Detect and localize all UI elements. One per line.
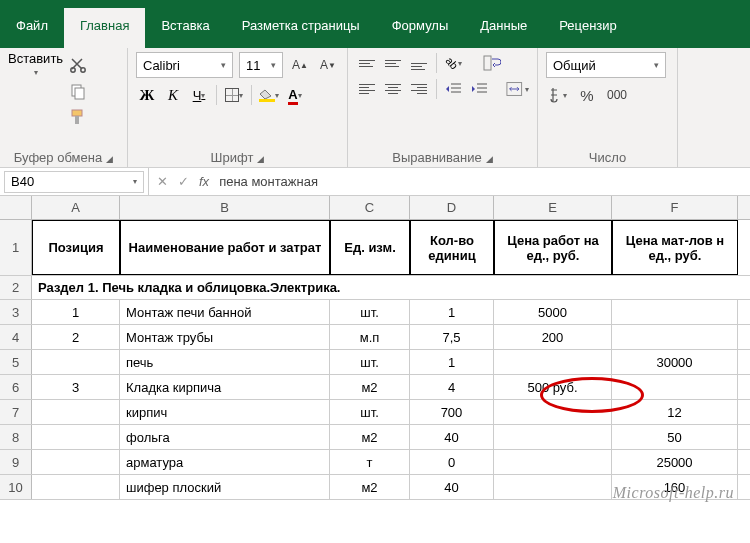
fill-color-button[interactable]: ▾: [258, 84, 280, 106]
header-qty[interactable]: Кол-во единиц: [410, 220, 494, 275]
alignment-dialog-launcher[interactable]: ◢: [486, 154, 493, 164]
merge-center-button[interactable]: ▾: [506, 78, 529, 100]
copy-button[interactable]: [67, 80, 89, 102]
cell-unit[interactable]: шт.: [330, 300, 410, 324]
cell-qty[interactable]: 1: [410, 350, 494, 374]
row-head-1[interactable]: 1: [0, 220, 32, 275]
col-head-F[interactable]: F: [612, 196, 738, 219]
cell-unit[interactable]: шт.: [330, 350, 410, 374]
wrap-text-button[interactable]: [481, 52, 503, 74]
comma-style-button[interactable]: 000: [606, 84, 628, 106]
increase-indent-button[interactable]: [469, 78, 491, 100]
cell-qty[interactable]: 7,5: [410, 325, 494, 349]
cell-price-mat[interactable]: 50: [612, 425, 738, 449]
cell-pos[interactable]: 3: [32, 375, 120, 399]
cell-pos[interactable]: 1: [32, 300, 120, 324]
accept-formula-button[interactable]: ✓: [178, 174, 189, 189]
row-head[interactable]: 10: [0, 475, 32, 499]
row-head[interactable]: 6: [0, 375, 32, 399]
cell-qty[interactable]: 1: [410, 300, 494, 324]
cell-name[interactable]: шифер плоский: [120, 475, 330, 499]
tab-home[interactable]: Главная: [64, 8, 145, 48]
tab-page-layout[interactable]: Разметка страницы: [226, 8, 376, 48]
cell-price-work[interactable]: [494, 400, 612, 424]
row-head-2[interactable]: 2: [0, 276, 32, 299]
cell-price-mat[interactable]: [612, 325, 738, 349]
cell-unit[interactable]: м.п: [330, 325, 410, 349]
header-price-work[interactable]: Цена работ на ед., руб.: [494, 220, 612, 275]
decrease-font-button[interactable]: A▼: [317, 54, 339, 76]
cell-price-work[interactable]: 500 руб.: [494, 375, 612, 399]
header-price-mat[interactable]: Цена мат-лов н ед., руб.: [612, 220, 738, 275]
cell-price-work[interactable]: [494, 350, 612, 374]
cell-qty[interactable]: 40: [410, 475, 494, 499]
formula-input[interactable]: пена монтажная: [219, 174, 318, 189]
cut-button[interactable]: [67, 54, 89, 76]
fx-button[interactable]: fx: [199, 174, 209, 189]
cell-price-mat[interactable]: 25000: [612, 450, 738, 474]
select-all-corner[interactable]: [0, 196, 32, 219]
section-title-cell[interactable]: Раздел 1. Печь кладка и облицовка.Электр…: [32, 276, 738, 299]
tab-review[interactable]: Рецензир: [543, 8, 633, 48]
row-head[interactable]: 3: [0, 300, 32, 324]
currency-button[interactable]: ▾: [546, 84, 568, 106]
align-bottom-button[interactable]: [408, 52, 430, 74]
cell-name[interactable]: печь: [120, 350, 330, 374]
cell-pos[interactable]: [32, 350, 120, 374]
row-head[interactable]: 7: [0, 400, 32, 424]
cell-unit[interactable]: шт.: [330, 400, 410, 424]
cell-qty[interactable]: 0: [410, 450, 494, 474]
format-painter-button[interactable]: [67, 106, 89, 128]
cell-name[interactable]: арматура: [120, 450, 330, 474]
tab-data[interactable]: Данные: [464, 8, 543, 48]
cell-pos[interactable]: 2: [32, 325, 120, 349]
borders-button[interactable]: ▾: [223, 84, 245, 106]
cell-unit[interactable]: м2: [330, 475, 410, 499]
tab-insert[interactable]: Вставка: [145, 8, 225, 48]
paste-button[interactable]: Вставить ▾: [8, 52, 63, 74]
cell-price-mat[interactable]: 30000: [612, 350, 738, 374]
cell-name[interactable]: Монтаж трубы: [120, 325, 330, 349]
col-head-C[interactable]: C: [330, 196, 410, 219]
orientation-button[interactable]: ab▾: [443, 52, 465, 74]
align-right-button[interactable]: [408, 78, 430, 100]
cell-pos[interactable]: [32, 450, 120, 474]
percent-button[interactable]: %: [576, 84, 598, 106]
bold-button[interactable]: Ж: [136, 84, 158, 106]
cell-name[interactable]: фольга: [120, 425, 330, 449]
font-dialog-launcher[interactable]: ◢: [257, 154, 264, 164]
cell-price-work[interactable]: [494, 450, 612, 474]
italic-button[interactable]: К: [162, 84, 184, 106]
cell-qty[interactable]: 4: [410, 375, 494, 399]
header-name[interactable]: Наименование работ и затрат: [120, 220, 330, 275]
name-box[interactable]: B40▾: [4, 171, 144, 193]
align-left-button[interactable]: [356, 78, 378, 100]
cell-pos[interactable]: [32, 425, 120, 449]
increase-font-button[interactable]: A▲: [289, 54, 311, 76]
col-head-D[interactable]: D: [410, 196, 494, 219]
cell-pos[interactable]: [32, 475, 120, 499]
cell-price-work[interactable]: 200: [494, 325, 612, 349]
align-top-button[interactable]: [356, 52, 378, 74]
font-name-combo[interactable]: Calibri▾: [136, 52, 233, 78]
col-head-B[interactable]: B: [120, 196, 330, 219]
tab-formulas[interactable]: Формулы: [376, 8, 465, 48]
cell-qty[interactable]: 40: [410, 425, 494, 449]
row-head[interactable]: 8: [0, 425, 32, 449]
cancel-formula-button[interactable]: ✕: [157, 174, 168, 189]
cell-name[interactable]: Кладка кирпича: [120, 375, 330, 399]
number-format-combo[interactable]: Общий▾: [546, 52, 666, 78]
cell-unit[interactable]: т: [330, 450, 410, 474]
align-center-button[interactable]: [382, 78, 404, 100]
cell-price-mat[interactable]: [612, 375, 738, 399]
decrease-indent-button[interactable]: [443, 78, 465, 100]
font-color-button[interactable]: А▾: [284, 84, 306, 106]
cell-price-mat[interactable]: 12: [612, 400, 738, 424]
row-head[interactable]: 5: [0, 350, 32, 374]
clipboard-dialog-launcher[interactable]: ◢: [106, 154, 113, 164]
cell-name[interactable]: Монтаж печи банной: [120, 300, 330, 324]
underline-button[interactable]: Ч▾: [188, 84, 210, 106]
cell-pos[interactable]: [32, 400, 120, 424]
font-size-combo[interactable]: 11▾: [239, 52, 283, 78]
header-position[interactable]: Позиция: [32, 220, 120, 275]
